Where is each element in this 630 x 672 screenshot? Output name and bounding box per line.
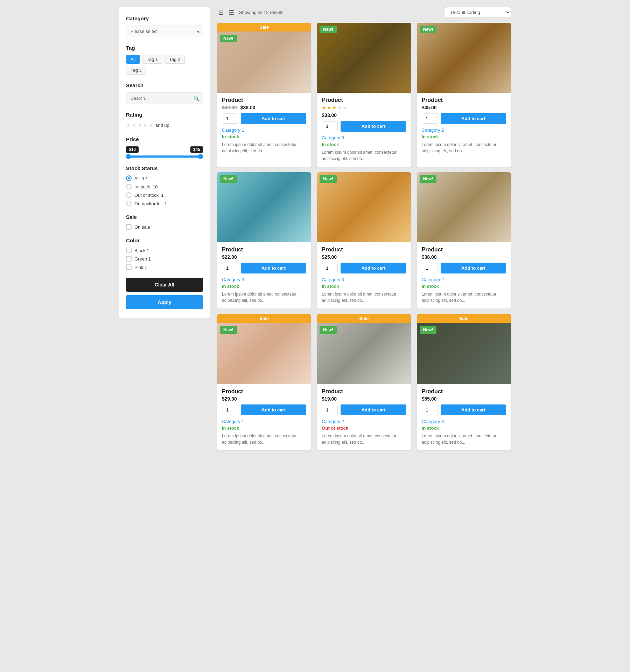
add-to-cart-row: Add to cart: [222, 263, 306, 273]
price-new: $29.00: [222, 396, 237, 402]
stock-in-stock-label: In stock 10: [134, 184, 158, 189]
product-category[interactable]: Category 3: [322, 277, 406, 282]
quantity-input[interactable]: [422, 405, 438, 415]
tag-2[interactable]: Tag 2: [164, 55, 185, 64]
on-sale-checkbox[interactable]: On sale: [126, 224, 203, 230]
add-to-cart-button[interactable]: Add to cart: [441, 404, 506, 415]
stock-out-of-stock[interactable]: Out of stock 1: [126, 192, 203, 198]
product-card: New! Product ★ ★ ★ ★ ★ $33.00: [317, 23, 411, 167]
color-green-label: Green 1: [134, 256, 151, 262]
radio-out-of-stock: [126, 192, 132, 198]
product-price: $42.00 $38.00: [222, 105, 306, 110]
grid-view-button[interactable]: ⊞: [217, 7, 225, 18]
price-section: Price $10 $45: [126, 136, 203, 158]
tag-3[interactable]: Tag 3: [126, 66, 146, 75]
add-to-cart-button[interactable]: Add to cart: [241, 263, 306, 273]
star-4: ★: [143, 122, 148, 129]
quantity-input[interactable]: [222, 405, 238, 415]
product-category[interactable]: Category 1: [222, 127, 306, 133]
product-card: New! Product $25.00 Add to cart Category…: [317, 172, 411, 309]
quantity-input[interactable]: [422, 113, 438, 124]
list-view-button[interactable]: ☰: [227, 7, 236, 18]
product-image-1: Sale New!: [217, 23, 311, 93]
quantity-input[interactable]: [222, 263, 238, 273]
quantity-input[interactable]: [322, 121, 338, 131]
product-image-3: New!: [417, 23, 511, 93]
star-3: ★: [137, 122, 142, 129]
rating-stars[interactable]: ★ ★ ★ ★ ★: [126, 122, 153, 129]
product-price: $33.00: [322, 112, 406, 118]
search-section: Search 🔍: [126, 82, 203, 104]
add-to-cart-button[interactable]: Add to cart: [441, 263, 506, 273]
color-black[interactable]: Black 1: [126, 248, 203, 253]
product-price: $19.00: [322, 396, 406, 402]
search-input[interactable]: [126, 92, 203, 104]
tag-title: Tag: [126, 45, 203, 51]
product-price: $25.00: [322, 254, 406, 260]
stock-section: Stock Status All 12 In stock 10 Out of s…: [126, 165, 203, 206]
product-category[interactable]: Category 1: [222, 419, 306, 424]
price-range-labels: $10 $45: [126, 146, 203, 153]
stock-in-stock[interactable]: In stock 10: [126, 184, 203, 189]
add-to-cart-button[interactable]: Add to cart: [341, 263, 406, 273]
add-to-cart-button[interactable]: Add to cart: [241, 113, 306, 124]
price-slider[interactable]: [126, 155, 203, 158]
apply-button[interactable]: Apply: [126, 295, 203, 309]
color-list: Black 1 Green 1 Pink 1: [126, 248, 203, 270]
sort-select[interactable]: Default sorting Sort by popularity Sort …: [445, 7, 511, 18]
category-select[interactable]: Please select: [126, 26, 203, 37]
product-body-1: Product $42.00 $38.00 Add to cart Catego…: [217, 93, 311, 159]
quantity-input[interactable]: [322, 263, 338, 273]
quantity-input[interactable]: [422, 263, 438, 273]
product-category[interactable]: Category 3: [422, 419, 506, 424]
stock-out-label: Out of stock 1: [134, 193, 164, 198]
price-title: Price: [126, 136, 203, 142]
product-category[interactable]: Category 3: [322, 135, 406, 140]
sale-badge: Sale: [217, 314, 311, 323]
product-category[interactable]: Category 2: [422, 127, 506, 133]
product-image-4: New!: [217, 172, 311, 242]
search-box[interactable]: 🔍: [126, 92, 203, 104]
stock-backorder[interactable]: On backorder 1: [126, 201, 203, 206]
tag-all[interactable]: All: [126, 55, 140, 64]
product-card: Sale New! Product $29.00 Add to cart Cat…: [217, 314, 311, 450]
new-badge: New!: [320, 26, 337, 33]
color-pink[interactable]: Pink 1: [126, 264, 203, 270]
product-stars: ★ ★ ★ ★ ★: [322, 105, 406, 110]
product-category[interactable]: Category 2: [422, 277, 506, 282]
product-price: $29.00: [222, 396, 306, 402]
star-5: ★: [148, 122, 153, 129]
price-new: $55.00: [422, 396, 437, 402]
stock-all[interactable]: All 12: [126, 175, 203, 181]
new-badge: New!: [320, 326, 337, 334]
product-card: Sale New! Product $42.00 $38.00 Add to c…: [217, 23, 311, 167]
product-category[interactable]: Category 2: [322, 419, 406, 424]
price-thumb-left[interactable]: [126, 154, 131, 159]
add-to-cart-button[interactable]: Add to cart: [341, 404, 406, 415]
new-badge: New!: [320, 175, 337, 183]
tag-1[interactable]: Tag 1: [142, 55, 162, 64]
price-new: $38.00: [422, 254, 437, 260]
new-badge: New!: [220, 35, 237, 42]
clear-all-button[interactable]: Clear All: [126, 278, 203, 292]
add-to-cart-button[interactable]: Add to cart: [241, 404, 306, 415]
add-to-cart-button[interactable]: Add to cart: [441, 113, 506, 124]
price-new: $22.00: [222, 254, 237, 260]
quantity-input[interactable]: [222, 113, 238, 124]
stock-all-label: All 12: [134, 176, 147, 181]
quantity-input[interactable]: [322, 405, 338, 415]
stock-status: In stock: [222, 284, 306, 289]
price-thumb-right[interactable]: [198, 154, 203, 159]
add-to-cart-button[interactable]: Add to cart: [341, 121, 406, 132]
color-green-box: [126, 256, 132, 262]
category-select-wrapper[interactable]: Please select: [126, 26, 203, 37]
product-name: Product: [422, 97, 506, 103]
product-image-2: New!: [317, 23, 411, 93]
rating-row[interactable]: ★ ★ ★ ★ ★ and up: [126, 122, 203, 129]
price-min: $10: [126, 146, 139, 153]
sale-section: Sale On sale: [126, 214, 203, 230]
stock-status: In stock: [322, 142, 406, 147]
color-green[interactable]: Green 1: [126, 256, 203, 262]
color-section: Color Black 1 Green 1 Pink 1: [126, 237, 203, 270]
product-category[interactable]: Category 3: [222, 277, 306, 282]
